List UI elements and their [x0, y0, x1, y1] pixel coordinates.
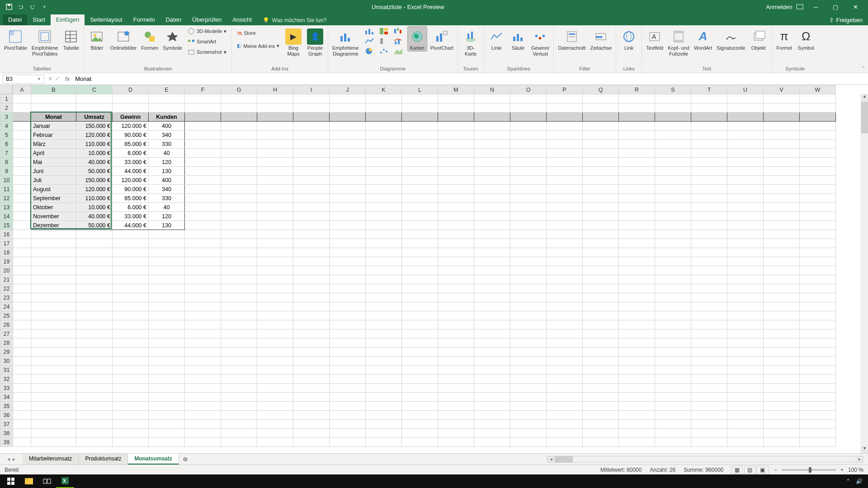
- cell-D26[interactable]: [113, 320, 149, 329]
- cell-M14[interactable]: [438, 212, 474, 221]
- cell-E20[interactable]: [149, 266, 185, 275]
- cell-V38[interactable]: [764, 429, 800, 438]
- cell-S5[interactable]: [655, 131, 691, 140]
- cell-G7[interactable]: [221, 149, 257, 158]
- cell-Q20[interactable]: [583, 266, 619, 275]
- cell-R9[interactable]: [619, 167, 655, 176]
- cell-I10[interactable]: [293, 176, 330, 185]
- cell-A30[interactable]: [13, 357, 31, 366]
- cell-W29[interactable]: [800, 347, 836, 357]
- cell-K32[interactable]: [366, 375, 402, 384]
- cell-M29[interactable]: [438, 347, 474, 357]
- cell-U23[interactable]: [727, 293, 764, 302]
- cell-W28[interactable]: [800, 338, 836, 347]
- cell-P3[interactable]: [547, 113, 583, 122]
- cell-H22[interactable]: [257, 284, 293, 293]
- cell-M31[interactable]: [438, 366, 474, 375]
- cell-K15[interactable]: [366, 221, 402, 230]
- cell-T1[interactable]: [691, 94, 727, 103]
- cell-L36[interactable]: [402, 411, 438, 420]
- cell-O5[interactable]: [510, 131, 547, 140]
- tab-seitenlayout[interactable]: Seitenlayout: [85, 14, 128, 25]
- cell-A19[interactable]: [13, 257, 31, 266]
- cell-C27[interactable]: [76, 329, 113, 338]
- cell-E16[interactable]: [149, 230, 185, 239]
- zoom-out-icon[interactable]: −: [774, 467, 777, 473]
- cell-J16[interactable]: [330, 230, 366, 239]
- share-button[interactable]: ⇪ Freigeben: [824, 15, 868, 25]
- cell-O11[interactable]: [510, 185, 547, 194]
- cell-M15[interactable]: [438, 221, 474, 230]
- cell-C21[interactable]: [76, 275, 113, 284]
- cell-E14[interactable]: 120: [149, 212, 185, 221]
- cell-R30[interactable]: [619, 357, 655, 366]
- cell-A25[interactable]: [13, 311, 31, 320]
- cell-G33[interactable]: [221, 384, 257, 393]
- cell-S15[interactable]: [655, 221, 691, 230]
- cell-R26[interactable]: [619, 320, 655, 329]
- cell-U12[interactable]: [727, 194, 764, 203]
- cell-Q11[interactable]: [583, 185, 619, 194]
- cell-Q30[interactable]: [583, 357, 619, 366]
- cell-R32[interactable]: [619, 375, 655, 384]
- cell-M36[interactable]: [438, 411, 474, 420]
- cell-C26[interactable]: [76, 320, 113, 329]
- cell-D5[interactable]: 90.000 €: [113, 131, 149, 140]
- cell-R34[interactable]: [619, 393, 655, 402]
- row-header-31[interactable]: 31: [0, 366, 13, 375]
- cell-F37[interactable]: [185, 420, 221, 429]
- cell-G34[interactable]: [221, 393, 257, 402]
- name-box[interactable]: B3▼: [3, 75, 44, 84]
- col-header-G[interactable]: G: [221, 85, 257, 94]
- cell-U30[interactable]: [727, 357, 764, 366]
- cell-L5[interactable]: [402, 131, 438, 140]
- cell-C18[interactable]: [76, 248, 113, 257]
- cell-O8[interactable]: [510, 158, 547, 167]
- cell-A28[interactable]: [13, 338, 31, 347]
- cell-J30[interactable]: [330, 357, 366, 366]
- cell-T14[interactable]: [691, 212, 727, 221]
- cell-C5[interactable]: 120.000 €: [76, 131, 113, 140]
- sparkline-linie-button[interactable]: Linie: [486, 26, 506, 52]
- cell-T10[interactable]: [691, 176, 727, 185]
- cell-W34[interactable]: [800, 393, 836, 402]
- row-header-21[interactable]: 21: [0, 275, 13, 284]
- cell-N38[interactable]: [474, 429, 510, 438]
- cell-D11[interactable]: 90.000 €: [113, 185, 149, 194]
- cell-U32[interactable]: [727, 375, 764, 384]
- cell-A39[interactable]: [13, 438, 31, 447]
- row-header-1[interactable]: 1: [0, 94, 13, 103]
- cell-F28[interactable]: [185, 338, 221, 347]
- cell-E36[interactable]: [149, 411, 185, 420]
- cell-T15[interactable]: [691, 221, 727, 230]
- cell-O13[interactable]: [510, 203, 547, 212]
- row-header-2[interactable]: 2: [0, 103, 13, 113]
- cell-J11[interactable]: [330, 185, 366, 194]
- cell-B28[interactable]: [31, 338, 76, 347]
- cell-E6[interactable]: 330: [149, 140, 185, 149]
- cell-W39[interactable]: [800, 438, 836, 447]
- cell-O4[interactable]: [510, 122, 547, 131]
- cell-Q24[interactable]: [583, 302, 619, 311]
- cell-F9[interactable]: [185, 167, 221, 176]
- screenshot-button[interactable]: Screenshot ▾: [185, 47, 229, 57]
- cell-T32[interactable]: [691, 375, 727, 384]
- cell-A29[interactable]: [13, 347, 31, 357]
- cell-B29[interactable]: [31, 347, 76, 357]
- cell-B9[interactable]: Juni: [31, 167, 76, 176]
- cell-K9[interactable]: [366, 167, 402, 176]
- cell-N26[interactable]: [474, 320, 510, 329]
- cell-H23[interactable]: [257, 293, 293, 302]
- cell-H15[interactable]: [257, 221, 293, 230]
- cell-F5[interactable]: [185, 131, 221, 140]
- cell-S39[interactable]: [655, 438, 691, 447]
- cell-C13[interactable]: 10.000 €: [76, 203, 113, 212]
- cell-I2[interactable]: [293, 103, 330, 113]
- cell-W14[interactable]: [800, 212, 836, 221]
- cell-J20[interactable]: [330, 266, 366, 275]
- cell-O34[interactable]: [510, 393, 547, 402]
- cell-W12[interactable]: [800, 194, 836, 203]
- row-header-4[interactable]: 4: [0, 122, 13, 131]
- cell-T9[interactable]: [691, 167, 727, 176]
- cell-N25[interactable]: [474, 311, 510, 320]
